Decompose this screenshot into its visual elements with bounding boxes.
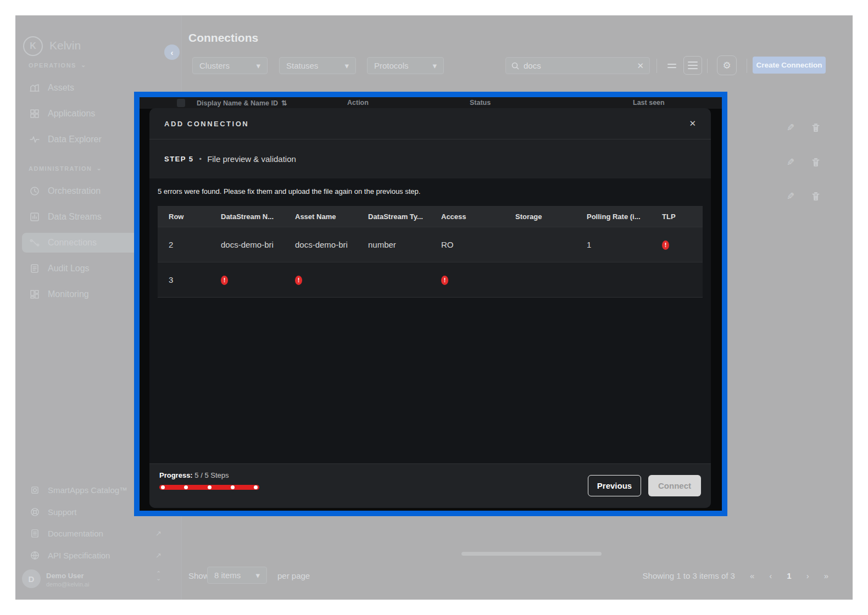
connect-button[interactable]: Connect xyxy=(648,475,701,496)
exclamation-glyph: ! xyxy=(298,277,300,283)
dot-icon: • xyxy=(199,155,202,163)
progress-step-dot xyxy=(161,485,165,489)
step-title: File preview & validation xyxy=(207,154,296,164)
highlight-region: Display Name & Name ID ⇅ Action Status L… xyxy=(134,92,727,516)
progress-step-dot xyxy=(231,485,235,489)
col-polling-rate: Polling Rate (i... xyxy=(576,213,651,221)
cell-row: 3 xyxy=(158,275,210,284)
cell-access: ! xyxy=(430,275,504,285)
modal-title: ADD CONNECTION xyxy=(164,120,249,128)
select-all-checkbox[interactable] xyxy=(177,99,185,107)
step-header: STEP 5 • File preview & validation xyxy=(149,139,711,179)
modal-footer: Progress: 5 / 5 Steps Previous Connect xyxy=(149,463,711,508)
error-icon[interactable]: ! xyxy=(221,276,228,285)
exclamation-glyph: ! xyxy=(665,242,667,248)
error-icon[interactable]: ! xyxy=(295,276,302,285)
step-label: STEP 5 xyxy=(164,155,194,163)
col-datastream-name: DataStream N... xyxy=(210,213,284,221)
cell-row: 2 xyxy=(158,240,210,249)
column-label: Last seen xyxy=(633,99,665,107)
modal-header: ADD CONNECTION ✕ xyxy=(149,108,711,139)
modal-body: 5 errors were found. Please fix them and… xyxy=(149,178,711,464)
progress-value: 5 / 5 Steps xyxy=(194,471,229,479)
cell-asset-name: ! xyxy=(284,275,357,285)
add-connection-modal: ADD CONNECTION ✕ STEP 5 • File preview &… xyxy=(149,108,711,508)
cell-asset-name: docs-demo-bri xyxy=(284,240,357,249)
col-tlp: TLP xyxy=(651,213,703,221)
col-row: Row xyxy=(158,213,210,221)
sort-icon: ⇅ xyxy=(281,99,287,107)
exclamation-glyph: ! xyxy=(224,277,226,283)
table-row: 3 ! ! ! xyxy=(158,262,703,298)
cell-datastream-name: docs-demo-bri xyxy=(210,240,284,249)
col-access: Access xyxy=(430,213,504,221)
progress-step-dot xyxy=(184,485,188,489)
col-asset-name: Asset Name xyxy=(284,213,357,221)
close-icon[interactable]: ✕ xyxy=(689,119,696,128)
cell-tlp: ! xyxy=(651,239,703,250)
col-datastream-type: DataStream Ty... xyxy=(357,213,430,221)
cell-polling-rate: 1 xyxy=(576,240,651,249)
preview-table: Row DataStream N... Asset Name DataStrea… xyxy=(158,206,703,298)
column-action[interactable]: Action xyxy=(347,99,369,107)
column-status[interactable]: Status xyxy=(470,99,491,107)
table-row: 2 docs-demo-bri docs-demo-bri number RO … xyxy=(158,227,703,262)
background-table-header: Display Name & Name ID ⇅ Action Status L… xyxy=(140,97,722,109)
cell-datastream-type: number xyxy=(357,240,430,249)
progress-label-bold: Progress: xyxy=(159,471,193,479)
progress-bar xyxy=(159,485,259,490)
column-label: Display Name & Name ID xyxy=(197,99,278,107)
previous-button[interactable]: Previous xyxy=(588,475,641,496)
column-label: Status xyxy=(470,99,491,107)
cell-datastream-name: ! xyxy=(210,275,284,285)
progress-step-dot xyxy=(208,485,212,489)
col-storage: Storage xyxy=(504,213,576,221)
error-icon[interactable]: ! xyxy=(441,276,448,285)
column-display-name[interactable]: Display Name & Name ID ⇅ xyxy=(197,99,287,107)
column-label: Action xyxy=(347,99,369,107)
preview-table-header: Row DataStream N... Asset Name DataStrea… xyxy=(158,206,703,227)
cell-access: RO xyxy=(430,240,504,249)
progress-label: Progress: 5 / 5 Steps xyxy=(159,471,229,479)
error-icon[interactable]: ! xyxy=(662,241,669,250)
progress-step-dot xyxy=(254,485,258,489)
error-banner: 5 errors were found. Please fix them and… xyxy=(158,187,420,195)
column-last-seen[interactable]: Last seen xyxy=(633,99,665,107)
exclamation-glyph: ! xyxy=(444,277,446,283)
